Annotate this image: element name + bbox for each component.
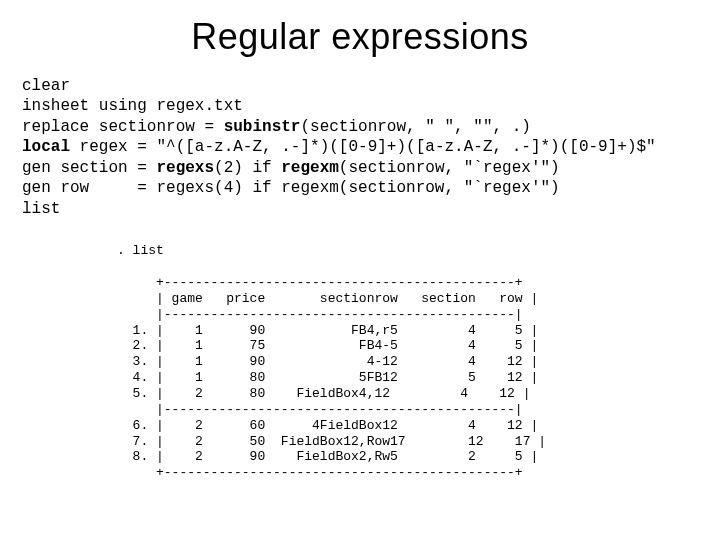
list-command: . list: [117, 243, 698, 259]
slide-title: Regular expressions: [22, 16, 698, 58]
list-table: +---------------------------------------…: [117, 259, 698, 481]
slide: Regular expressions clear insheet using …: [0, 0, 720, 540]
output-block: . list +--------------------------------…: [117, 243, 698, 481]
code-block: clear insheet using regex.txt replace se…: [22, 76, 698, 219]
